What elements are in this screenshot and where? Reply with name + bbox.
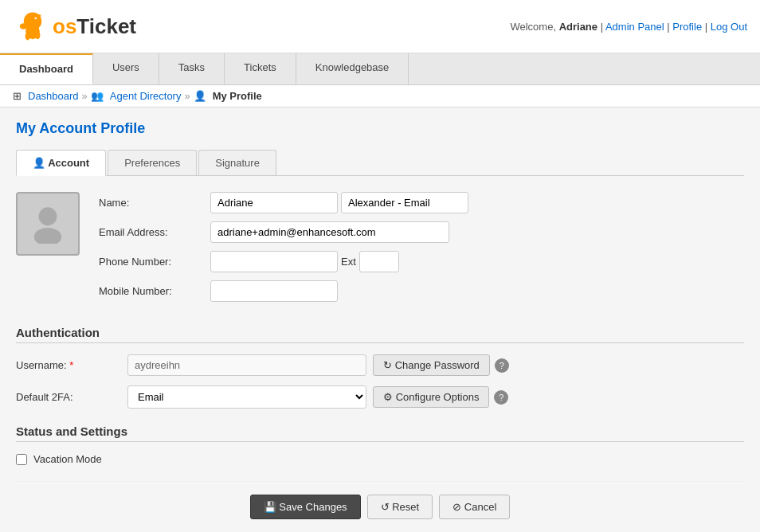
- page-title: My Account Profile: [16, 120, 744, 137]
- twofa-select[interactable]: Email Google Authenticator None: [127, 385, 366, 409]
- twofa-label: Default 2FA:: [16, 391, 127, 403]
- breadcrumb-my-profile: My Profile: [213, 90, 262, 102]
- ext-label: Ext: [341, 256, 356, 268]
- breadcrumb-sep1: »: [82, 90, 88, 102]
- status-title: Status and Settings: [16, 424, 744, 442]
- account-tab-icon: 👤: [33, 157, 48, 169]
- logo-ticket: Ticket: [76, 14, 136, 38]
- email-label: Email Address:: [99, 226, 210, 238]
- separator1: |: [597, 21, 605, 33]
- header-user-info: Welcome, Adriane | Admin Panel | Profile…: [510, 21, 747, 33]
- main-nav: Dashboard Users Tasks Tickets Knowledgeb…: [0, 53, 760, 85]
- username-required: *: [69, 359, 73, 371]
- avatar-icon: [28, 204, 68, 244]
- my-profile-breadcrumb-icon: 👤: [194, 90, 206, 102]
- cancel-button[interactable]: ⊘ Cancel: [439, 495, 510, 519]
- footer-buttons: 💾 Save Changes ↺ Reset ⊘ Cancel: [16, 481, 744, 532]
- tab-account[interactable]: 👤 Account: [16, 150, 106, 176]
- name-row: Name:: [99, 192, 744, 213]
- authentication-section: Authentication Username: * ↻ Change Pass…: [16, 326, 744, 409]
- name-label: Name:: [99, 197, 210, 209]
- mobile-row: Mobile Number:: [99, 280, 744, 302]
- phone-label: Phone Number:: [99, 256, 210, 268]
- mobile-label: Mobile Number:: [99, 285, 210, 297]
- email-input[interactable]: [210, 221, 449, 243]
- tab-signature[interactable]: Signature: [198, 150, 276, 175]
- profile-section: Name: Email Address: Phone Number: Ext: [16, 192, 744, 310]
- change-password-button[interactable]: ↻ Change Password: [373, 354, 490, 376]
- status-section: Status and Settings Vacation Mode: [16, 424, 744, 465]
- twofa-row: Default 2FA: Email Google Authenticator …: [16, 385, 744, 409]
- first-name-input[interactable]: [210, 192, 338, 213]
- admin-panel-link[interactable]: Admin Panel: [605, 21, 664, 33]
- email-row: Email Address:: [99, 221, 744, 243]
- breadcrumb-sep2: »: [184, 90, 190, 102]
- svg-point-8: [34, 228, 61, 244]
- breadcrumb: ⊞ Dashboard » 👥 Agent Directory » 👤 My P…: [0, 85, 760, 108]
- cancel-icon: ⊘: [452, 501, 464, 513]
- reset-button[interactable]: ↺ Reset: [367, 495, 433, 519]
- welcome-text: Welcome,: [510, 21, 558, 33]
- nav-item-tasks[interactable]: Tasks: [159, 53, 225, 84]
- ext-input[interactable]: [359, 251, 399, 272]
- refresh-icon: ↻: [383, 359, 395, 371]
- header: osTicket Welcome, Adriane | Admin Panel …: [0, 0, 760, 53]
- logo-icon: [13, 6, 53, 46]
- profile-link[interactable]: Profile: [672, 21, 702, 33]
- header-username: Adriane: [559, 21, 597, 33]
- twofa-help-icon[interactable]: ?: [494, 390, 508, 405]
- nav-item-users[interactable]: Users: [93, 53, 159, 84]
- separator2: |: [664, 21, 673, 33]
- page-content: My Account Profile 👤 Account Preferences…: [0, 108, 760, 532]
- svg-point-3: [25, 33, 30, 41]
- username-input[interactable]: [127, 354, 366, 376]
- breadcrumb-agent-directory[interactable]: Agent Directory: [110, 90, 182, 102]
- name-fields: [210, 192, 468, 213]
- svg-point-4: [35, 31, 40, 39]
- configure-options-button[interactable]: ⚙ Configure Options: [373, 386, 489, 408]
- svg-point-7: [39, 207, 57, 225]
- mobile-input[interactable]: [210, 280, 338, 302]
- phone-row: Phone Number: Ext: [99, 251, 744, 272]
- tab-bar: 👤 Account Preferences Signature: [16, 150, 744, 176]
- nav-item-dashboard[interactable]: Dashboard: [0, 53, 93, 84]
- reset-icon: ↺: [381, 501, 393, 513]
- username-label: Username: *: [16, 359, 127, 371]
- logo-os: os: [53, 14, 76, 38]
- gear-icon: ⚙: [383, 391, 396, 403]
- nav-item-knowledgebase[interactable]: Knowledgebase: [296, 53, 409, 84]
- svg-point-5: [35, 18, 37, 20]
- authentication-title: Authentication: [16, 326, 744, 343]
- profile-form-fields: Name: Email Address: Phone Number: Ext: [99, 192, 744, 310]
- breadcrumb-dashboard[interactable]: Dashboard: [28, 90, 79, 102]
- change-password-help-icon[interactable]: ?: [495, 358, 509, 373]
- vacation-mode-checkbox[interactable]: [16, 454, 27, 465]
- save-changes-button[interactable]: 💾 Save Changes: [250, 495, 361, 519]
- logo: osTicket: [13, 6, 136, 46]
- nav-item-tickets[interactable]: Tickets: [225, 53, 296, 84]
- separator3: |: [702, 21, 711, 33]
- vacation-mode-row: Vacation Mode: [16, 453, 744, 465]
- logout-link[interactable]: Log Out: [711, 21, 747, 33]
- avatar: [16, 192, 80, 256]
- vacation-mode-label[interactable]: Vacation Mode: [33, 453, 102, 465]
- dashboard-breadcrumb-icon: ⊞: [13, 90, 22, 102]
- username-row: Username: * ↻ Change Password ?: [16, 354, 744, 376]
- save-icon: 💾: [264, 501, 280, 513]
- phone-input[interactable]: [210, 251, 338, 272]
- tab-preferences[interactable]: Preferences: [108, 150, 197, 175]
- logo-text: osTicket: [53, 14, 136, 39]
- last-name-input[interactable]: [341, 192, 468, 213]
- agent-dir-breadcrumb-icon: 👥: [91, 90, 104, 102]
